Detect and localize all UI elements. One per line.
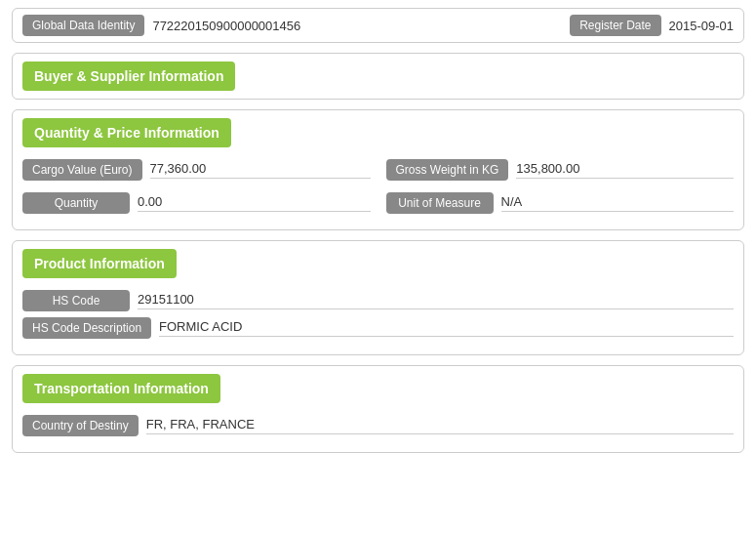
transportation-header: Transportation Information bbox=[22, 374, 220, 403]
gross-weight-value: 135,800.00 bbox=[516, 161, 734, 179]
page-container: Global Data Identity 7722201509000000014… bbox=[0, 0, 756, 471]
global-data-value: 772220150900000001456 bbox=[152, 19, 523, 33]
cargo-value-value: 77,360.00 bbox=[150, 161, 371, 179]
quantity-price-header: Quantity & Price Information bbox=[22, 118, 231, 147]
country-destiny-value: FR, FRA, FRANCE bbox=[146, 417, 734, 434]
cargo-value-label: Cargo Value (Euro) bbox=[22, 159, 142, 181]
quantity-value: 0.00 bbox=[138, 194, 371, 212]
quantity-label: Quantity bbox=[22, 192, 130, 214]
quantity-price-section: Quantity & Price Information Cargo Value… bbox=[12, 109, 744, 230]
country-destiny-label: Country of Destiny bbox=[22, 415, 139, 436]
hs-code-desc-value: FORMIC ACID bbox=[159, 319, 734, 337]
buyer-supplier-section: Buyer & Supplier Information bbox=[12, 53, 744, 100]
unit-of-measure-row: Unit of Measure N/A bbox=[386, 192, 735, 214]
gross-weight-row: Gross Weight in KG 135,800.00 bbox=[386, 159, 735, 181]
hs-code-desc-row: HS Code Description FORMIC ACID bbox=[22, 317, 734, 339]
buyer-supplier-header: Buyer & Supplier Information bbox=[22, 62, 235, 91]
hs-code-label: HS Code bbox=[22, 290, 130, 311]
hs-code-value: 29151100 bbox=[138, 292, 734, 309]
quantity-price-fields: Cargo Value (Euro) 77,360.00 Quantity 0.… bbox=[13, 155, 743, 229]
identity-row: Global Data Identity 7722201509000000014… bbox=[12, 8, 744, 43]
product-section: Product Information HS Code 29151100 HS … bbox=[12, 240, 744, 355]
unit-of-measure-value: N/A bbox=[501, 194, 735, 212]
unit-of-measure-label: Unit of Measure bbox=[386, 192, 494, 214]
quantity-price-right-col: Gross Weight in KG 135,800.00 Unit of Me… bbox=[386, 159, 735, 220]
quantity-price-left-col: Cargo Value (Euro) 77,360.00 Quantity 0.… bbox=[22, 159, 371, 220]
register-date-value: 2015-09-01 bbox=[669, 19, 735, 33]
product-fields: HS Code 29151100 HS Code Description FOR… bbox=[13, 286, 743, 354]
global-data-label: Global Data Identity bbox=[22, 15, 144, 36]
hs-code-row: HS Code 29151100 bbox=[22, 290, 734, 311]
register-date-label: Register Date bbox=[570, 15, 660, 36]
gross-weight-label: Gross Weight in KG bbox=[386, 159, 509, 181]
transportation-section: Transportation Information Country of De… bbox=[12, 365, 744, 453]
product-header: Product Information bbox=[22, 249, 177, 278]
hs-code-desc-label: HS Code Description bbox=[22, 317, 151, 339]
cargo-value-row: Cargo Value (Euro) 77,360.00 bbox=[22, 159, 371, 181]
quantity-row: Quantity 0.00 bbox=[22, 192, 371, 214]
transportation-fields: Country of Destiny FR, FRA, FRANCE bbox=[13, 411, 743, 452]
country-destiny-row: Country of Destiny FR, FRA, FRANCE bbox=[22, 415, 734, 436]
